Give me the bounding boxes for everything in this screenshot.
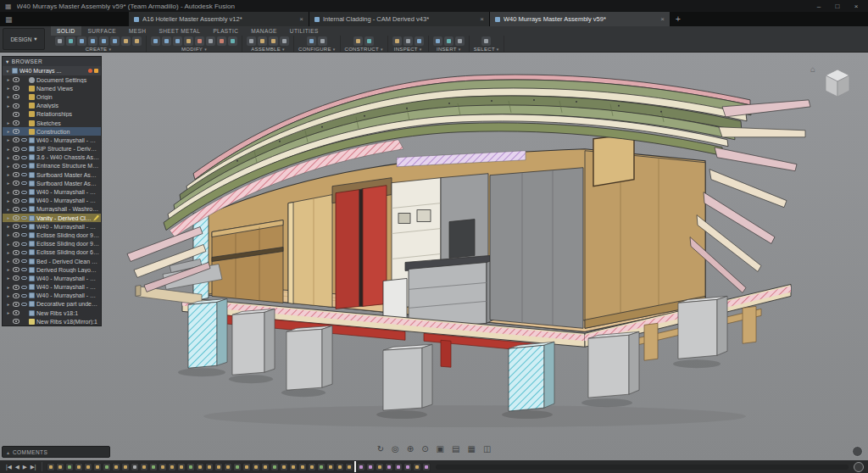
ribbon-tab[interactable]: SOLID	[51, 26, 81, 36]
timeline-feature-icon[interactable]	[177, 463, 186, 471]
visibility-eye-icon[interactable]	[13, 181, 19, 186]
press-pull-icon[interactable]	[151, 36, 160, 46]
assemble-new-component-icon[interactable]	[247, 36, 256, 46]
visibility-eye-icon[interactable]	[13, 302, 19, 307]
timeline-feature-icon[interactable]	[224, 463, 232, 471]
browser-item[interactable]: ▸ Eclisse Sliding door 914...	[3, 231, 101, 239]
visibility-eye-icon[interactable]	[13, 112, 19, 117]
timeline-feature-icon[interactable]	[261, 463, 270, 471]
visibility-eye-icon[interactable]	[13, 207, 19, 212]
select-icon[interactable]	[481, 36, 491, 46]
visibility-eye-icon[interactable]	[13, 77, 19, 82]
visibility-eye-icon[interactable]	[13, 94, 19, 99]
viewports-icon[interactable]: ◫	[483, 445, 491, 454]
timeline-feature-icon[interactable]	[308, 463, 316, 471]
fit-icon[interactable]: ▣	[437, 445, 444, 454]
visibility-eye-icon[interactable]	[13, 155, 19, 160]
ribbon-tab[interactable]: PLASTIC	[207, 26, 244, 36]
grid-display-icon[interactable]: ▦	[467, 445, 475, 454]
timeline-feature-icon[interactable]	[270, 463, 279, 471]
expand-caret[interactable]: ▸	[6, 259, 11, 264]
visibility-eye-icon[interactable]	[13, 232, 19, 237]
as-built-joint-icon[interactable]	[269, 36, 278, 46]
timeline-feature-icon[interactable]	[65, 463, 74, 471]
warning-icon[interactable]	[94, 69, 98, 73]
new-component-icon[interactable]	[55, 36, 64, 46]
visibility-eye-icon[interactable]	[13, 190, 19, 195]
timeline-feature-icon[interactable]	[242, 463, 251, 471]
go-to-start-button[interactable]: |◀	[4, 464, 14, 470]
visibility-eye-icon[interactable]	[13, 147, 19, 152]
insert-derive-icon[interactable]	[433, 36, 442, 46]
timeline-feature-icon[interactable]	[252, 463, 260, 471]
browser-item[interactable]: ▸ Document Settings	[3, 75, 101, 84]
split-body-icon[interactable]	[195, 36, 204, 46]
insert-mesh-icon[interactable]	[455, 36, 465, 46]
visibility-eye-icon[interactable]	[13, 285, 19, 290]
timeline-feature-icon[interactable]	[75, 463, 83, 471]
timeline-feature-icon[interactable]	[422, 463, 431, 471]
timeline-feature-icon[interactable]	[149, 463, 158, 471]
browser-item[interactable]: ▸ Surfboard Master Assem...	[3, 179, 101, 187]
expand-comments-icon[interactable]: ▴	[7, 449, 9, 455]
timeline-feature-icon[interactable]	[385, 463, 393, 471]
section-analysis-icon[interactable]	[415, 36, 424, 46]
ribbon-tab[interactable]: MESH	[123, 26, 152, 36]
primitives-icon[interactable]	[132, 36, 142, 46]
browser-item[interactable]: ▸ Entrance Structure Mast...	[3, 162, 101, 170]
ribbon-tab[interactable]: SURFACE	[82, 26, 123, 36]
zoom-icon[interactable]: ⊙	[421, 445, 428, 454]
browser-item[interactable]: ▸ Origin	[3, 92, 101, 101]
expand-caret[interactable]: ▸	[6, 232, 11, 237]
timeline-feature-icon[interactable]	[366, 463, 375, 471]
timeline-feature-icon[interactable]	[403, 463, 412, 471]
timeline-feature-icon[interactable]	[289, 463, 298, 471]
visibility-eye-icon[interactable]	[13, 275, 19, 281]
browser-item[interactable]: ▸ Eclisse Sliding door 914...	[3, 240, 101, 248]
joint-icon[interactable]	[258, 36, 267, 46]
browser-header[interactable]: ▾ BROWSER	[3, 57, 101, 66]
expand-caret[interactable]: ▸	[6, 224, 11, 229]
visibility-eye-icon[interactable]	[13, 250, 19, 255]
browser-item[interactable]: ▸ Construction	[3, 127, 101, 136]
document-tab[interactable]: A16 Hotelier Master Assembly v12* ×	[129, 12, 309, 26]
timeline-feature-icon[interactable]	[214, 463, 223, 471]
expand-caret[interactable]: ▸	[6, 190, 11, 195]
measure-icon[interactable]	[392, 36, 402, 46]
document-tab[interactable]: Internal Cladding - CAM Derived v43* ×	[309, 12, 490, 26]
close-tab-icon[interactable]: ×	[660, 15, 665, 23]
construction-axis-icon[interactable]	[364, 36, 374, 46]
timeline-feature-icon[interactable]	[159, 463, 167, 471]
look-at-icon[interactable]: ◎	[392, 445, 399, 454]
expand-caret[interactable]: ▸	[6, 207, 11, 212]
timeline-feature-icon[interactable]	[354, 461, 356, 472]
ribbon-group-label[interactable]: ASSEMBLE▾	[251, 47, 285, 52]
visibility-eye-icon[interactable]	[13, 103, 19, 109]
visibility-eye-icon[interactable]	[13, 172, 19, 177]
minimize-button[interactable]: –	[812, 3, 826, 10]
collapse-panel-icon[interactable]: ▾	[6, 58, 9, 65]
visibility-eye-icon[interactable]	[13, 164, 19, 169]
3d-viewport[interactable]: ▾ BROWSER ▾ W40 Murrays ... ▸ D	[0, 53, 868, 460]
timeline-feature-icon[interactable]	[345, 463, 353, 471]
expand-caret[interactable]: ▸	[6, 215, 11, 220]
timeline-feature-icon[interactable]	[121, 463, 130, 471]
timeline-feature-icon[interactable]	[336, 463, 344, 471]
browser-item[interactable]: ▸ Decorative part under the b...	[3, 300, 101, 309]
create-sketch-icon[interactable]	[66, 36, 75, 46]
timeline-feature-icon[interactable]	[186, 463, 195, 471]
browser-item[interactable]: Relationships	[3, 110, 101, 119]
shell-icon[interactable]	[173, 36, 182, 46]
timeline-feature-icon[interactable]	[413, 463, 421, 471]
play-button[interactable]: ▶	[21, 464, 29, 470]
visibility-eye-icon[interactable]	[13, 137, 19, 142]
browser-item[interactable]: ▸ Bed - Derived Clean v3:1	[3, 257, 101, 265]
ribbon-tab[interactable]: UTILITIES	[284, 26, 325, 36]
view-cube[interactable]	[819, 64, 856, 102]
expand-caret[interactable]: ▸	[6, 198, 11, 203]
ribbon-tab[interactable]: SHEET METAL	[153, 26, 206, 36]
model-canvas[interactable]	[0, 53, 868, 460]
visibility-eye-icon[interactable]	[13, 259, 19, 264]
visibility-eye-icon[interactable]	[13, 129, 19, 134]
browser-item[interactable]: ▸ Named Views	[3, 84, 101, 92]
